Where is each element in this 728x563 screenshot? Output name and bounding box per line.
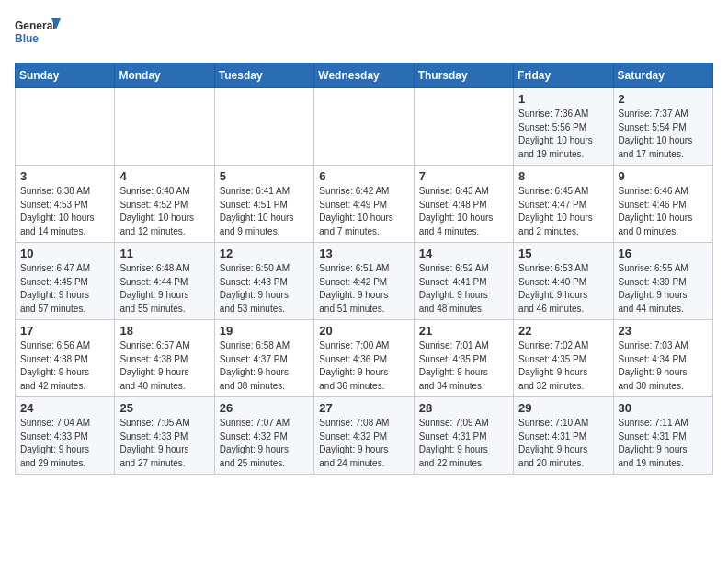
day-info: Sunrise: 7:10 AM Sunset: 4:31 PM Dayligh… bbox=[518, 417, 608, 470]
day-number: 21 bbox=[419, 324, 508, 338]
day-number: 27 bbox=[319, 401, 408, 415]
day-info: Sunrise: 7:00 AM Sunset: 4:36 PM Dayligh… bbox=[319, 339, 408, 393]
calendar-cell: 8Sunrise: 6:45 AM Sunset: 4:47 PM Daylig… bbox=[514, 166, 613, 243]
calendar-cell: 26Sunrise: 7:07 AM Sunset: 4:32 PM Dayli… bbox=[214, 397, 313, 475]
calendar-cell: 4Sunrise: 6:40 AM Sunset: 4:52 PM Daylig… bbox=[115, 166, 214, 243]
calendar-cell: 19Sunrise: 6:58 AM Sunset: 4:37 PM Dayli… bbox=[214, 320, 313, 397]
day-number: 7 bbox=[419, 169, 508, 183]
day-info: Sunrise: 7:09 AM Sunset: 4:31 PM Dayligh… bbox=[419, 417, 508, 470]
calendar-cell bbox=[414, 88, 513, 166]
day-info: Sunrise: 6:45 AM Sunset: 4:47 PM Dayligh… bbox=[518, 185, 608, 238]
day-number: 18 bbox=[119, 324, 209, 338]
day-info: Sunrise: 6:46 AM Sunset: 4:46 PM Dayligh… bbox=[619, 185, 708, 238]
weekday-header: Monday bbox=[115, 63, 214, 88]
day-info: Sunrise: 7:01 AM Sunset: 4:35 PM Dayligh… bbox=[419, 339, 508, 393]
calendar-cell: 29Sunrise: 7:10 AM Sunset: 4:31 PM Dayli… bbox=[514, 397, 613, 475]
calendar-cell: 7Sunrise: 6:43 AM Sunset: 4:48 PM Daylig… bbox=[414, 166, 513, 243]
day-info: Sunrise: 7:02 AM Sunset: 4:35 PM Dayligh… bbox=[518, 339, 608, 393]
calendar-cell: 24Sunrise: 7:04 AM Sunset: 4:33 PM Dayli… bbox=[16, 397, 115, 475]
calendar-cell: 14Sunrise: 6:52 AM Sunset: 4:41 PM Dayli… bbox=[414, 243, 513, 320]
day-info: Sunrise: 6:42 AM Sunset: 4:49 PM Dayligh… bbox=[319, 185, 408, 238]
calendar-cell: 30Sunrise: 7:11 AM Sunset: 4:31 PM Dayli… bbox=[613, 397, 712, 475]
day-number: 23 bbox=[619, 324, 708, 338]
day-number: 17 bbox=[20, 324, 109, 338]
calendar-cell: 2Sunrise: 7:37 AM Sunset: 5:54 PM Daylig… bbox=[613, 88, 712, 166]
day-info: Sunrise: 6:52 AM Sunset: 4:41 PM Dayligh… bbox=[419, 262, 508, 316]
day-number: 2 bbox=[619, 92, 708, 106]
calendar-week-row: 3Sunrise: 6:38 AM Sunset: 4:53 PM Daylig… bbox=[16, 166, 713, 243]
day-info: Sunrise: 6:58 AM Sunset: 4:37 PM Dayligh… bbox=[220, 339, 309, 393]
day-number: 13 bbox=[319, 247, 408, 260]
day-info: Sunrise: 7:07 AM Sunset: 4:32 PM Dayligh… bbox=[220, 417, 309, 470]
day-number: 25 bbox=[119, 401, 209, 415]
day-number: 10 bbox=[20, 247, 109, 260]
calendar-cell: 27Sunrise: 7:08 AM Sunset: 4:32 PM Dayli… bbox=[314, 397, 414, 475]
weekday-header: Thursday bbox=[414, 63, 513, 88]
calendar-cell bbox=[214, 88, 313, 166]
calendar-cell: 16Sunrise: 6:55 AM Sunset: 4:39 PM Dayli… bbox=[613, 243, 712, 320]
calendar-cell: 13Sunrise: 6:51 AM Sunset: 4:42 PM Dayli… bbox=[314, 243, 414, 320]
day-info: Sunrise: 6:40 AM Sunset: 4:52 PM Dayligh… bbox=[119, 185, 209, 238]
calendar-week-row: 24Sunrise: 7:04 AM Sunset: 4:33 PM Dayli… bbox=[16, 397, 713, 475]
calendar-cell bbox=[314, 88, 414, 166]
logo: General Blue bbox=[15, 15, 61, 53]
logo-svg: General Blue bbox=[15, 15, 61, 53]
day-number: 8 bbox=[518, 169, 608, 183]
day-number: 9 bbox=[619, 169, 708, 183]
day-info: Sunrise: 6:50 AM Sunset: 4:43 PM Dayligh… bbox=[220, 262, 309, 316]
day-info: Sunrise: 6:53 AM Sunset: 4:40 PM Dayligh… bbox=[518, 262, 608, 316]
calendar-body: 1Sunrise: 7:36 AM Sunset: 5:56 PM Daylig… bbox=[16, 88, 713, 475]
weekday-header: Sunday bbox=[16, 63, 115, 88]
calendar-cell: 5Sunrise: 6:41 AM Sunset: 4:51 PM Daylig… bbox=[214, 166, 313, 243]
calendar-cell: 28Sunrise: 7:09 AM Sunset: 4:31 PM Dayli… bbox=[414, 397, 513, 475]
day-info: Sunrise: 6:51 AM Sunset: 4:42 PM Dayligh… bbox=[319, 262, 408, 316]
calendar-cell bbox=[16, 88, 115, 166]
day-info: Sunrise: 6:47 AM Sunset: 4:45 PM Dayligh… bbox=[20, 262, 109, 316]
day-number: 19 bbox=[220, 324, 309, 338]
day-info: Sunrise: 7:37 AM Sunset: 5:54 PM Dayligh… bbox=[619, 108, 708, 161]
calendar-cell: 3Sunrise: 6:38 AM Sunset: 4:53 PM Daylig… bbox=[16, 166, 115, 243]
day-info: Sunrise: 6:48 AM Sunset: 4:44 PM Dayligh… bbox=[119, 262, 209, 316]
calendar-week-row: 1Sunrise: 7:36 AM Sunset: 5:56 PM Daylig… bbox=[16, 88, 713, 166]
day-info: Sunrise: 7:05 AM Sunset: 4:33 PM Dayligh… bbox=[119, 417, 209, 470]
page-header: General Blue bbox=[15, 15, 713, 53]
day-info: Sunrise: 7:08 AM Sunset: 4:32 PM Dayligh… bbox=[319, 417, 408, 470]
calendar-cell: 25Sunrise: 7:05 AM Sunset: 4:33 PM Dayli… bbox=[115, 397, 214, 475]
day-number: 5 bbox=[220, 169, 309, 183]
day-number: 1 bbox=[518, 92, 608, 106]
day-info: Sunrise: 7:03 AM Sunset: 4:34 PM Dayligh… bbox=[619, 339, 708, 393]
day-info: Sunrise: 6:41 AM Sunset: 4:51 PM Dayligh… bbox=[220, 185, 309, 238]
day-info: Sunrise: 7:04 AM Sunset: 4:33 PM Dayligh… bbox=[20, 417, 109, 470]
day-number: 6 bbox=[319, 169, 408, 183]
day-number: 28 bbox=[419, 401, 508, 415]
calendar-cell: 18Sunrise: 6:57 AM Sunset: 4:38 PM Dayli… bbox=[115, 320, 214, 397]
day-number: 30 bbox=[619, 401, 708, 415]
calendar-cell: 20Sunrise: 7:00 AM Sunset: 4:36 PM Dayli… bbox=[314, 320, 414, 397]
calendar-cell: 6Sunrise: 6:42 AM Sunset: 4:49 PM Daylig… bbox=[314, 166, 414, 243]
calendar-cell: 12Sunrise: 6:50 AM Sunset: 4:43 PM Dayli… bbox=[214, 243, 313, 320]
calendar-header: SundayMondayTuesdayWednesdayThursdayFrid… bbox=[16, 63, 713, 88]
calendar-cell: 10Sunrise: 6:47 AM Sunset: 4:45 PM Dayli… bbox=[16, 243, 115, 320]
day-number: 11 bbox=[119, 247, 209, 260]
day-number: 15 bbox=[518, 247, 608, 260]
day-number: 22 bbox=[518, 324, 608, 338]
day-info: Sunrise: 7:36 AM Sunset: 5:56 PM Dayligh… bbox=[518, 108, 608, 161]
day-number: 14 bbox=[419, 247, 508, 260]
calendar-week-row: 10Sunrise: 6:47 AM Sunset: 4:45 PM Dayli… bbox=[16, 243, 713, 320]
calendar-cell: 11Sunrise: 6:48 AM Sunset: 4:44 PM Dayli… bbox=[115, 243, 214, 320]
day-number: 24 bbox=[20, 401, 109, 415]
day-number: 12 bbox=[220, 247, 309, 260]
day-info: Sunrise: 6:38 AM Sunset: 4:53 PM Dayligh… bbox=[20, 185, 109, 238]
day-number: 4 bbox=[119, 169, 209, 183]
weekday-header: Friday bbox=[514, 63, 613, 88]
day-info: Sunrise: 6:43 AM Sunset: 4:48 PM Dayligh… bbox=[419, 185, 508, 238]
calendar-cell: 22Sunrise: 7:02 AM Sunset: 4:35 PM Dayli… bbox=[514, 320, 613, 397]
calendar-cell: 17Sunrise: 6:56 AM Sunset: 4:38 PM Dayli… bbox=[16, 320, 115, 397]
calendar-cell: 15Sunrise: 6:53 AM Sunset: 4:40 PM Dayli… bbox=[514, 243, 613, 320]
calendar-week-row: 17Sunrise: 6:56 AM Sunset: 4:38 PM Dayli… bbox=[16, 320, 713, 397]
calendar-table: SundayMondayTuesdayWednesdayThursdayFrid… bbox=[15, 63, 713, 475]
day-info: Sunrise: 6:56 AM Sunset: 4:38 PM Dayligh… bbox=[20, 339, 109, 393]
day-number: 3 bbox=[20, 169, 109, 183]
svg-text:General: General bbox=[15, 19, 56, 32]
day-info: Sunrise: 7:11 AM Sunset: 4:31 PM Dayligh… bbox=[619, 417, 708, 470]
